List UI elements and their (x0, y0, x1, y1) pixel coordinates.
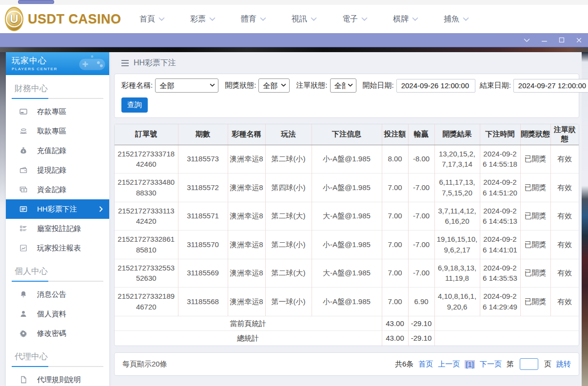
nav-item-label: 首頁 (139, 14, 155, 24)
table-cell: 4,10,8,16,1,9,20,6 (434, 288, 480, 316)
nav-item-label: 體育 (241, 14, 256, 24)
summary-bet-total: 43.00 (382, 331, 408, 346)
page-size-text: 每頁顯示20條 (122, 360, 167, 369)
table-cell: 有效 (550, 288, 579, 316)
lottery-select[interactable]: 全部 (155, 78, 218, 93)
table-cell: 小-A盤@1.985 (312, 174, 382, 202)
nav-item-7[interactable]: 捕魚 (444, 14, 469, 24)
nav-item-6[interactable]: 棋牌 (393, 14, 418, 24)
table-cell: 澳洲幸运8 (228, 145, 265, 174)
sidebar-item-廳室投註記錄[interactable]: 廳室投註記錄 (6, 219, 109, 238)
column-header: 投注額 (382, 124, 408, 145)
jump-link[interactable]: 跳转 (556, 360, 571, 369)
column-header: 玩法 (265, 124, 312, 145)
banknotes-icon (20, 186, 28, 193)
report-chart-icon (20, 244, 28, 252)
hall-list-icon (20, 225, 28, 232)
column-header: 彩種名稱 (228, 124, 265, 145)
table-cell: -7.00 (408, 202, 434, 231)
sidebar-item-label: 消息公告 (37, 290, 66, 299)
window-titlebar (0, 33, 588, 47)
wallet-icon (20, 166, 28, 174)
prev-page-link[interactable]: 上一页 (438, 360, 460, 369)
window-maximize-icon[interactable] (559, 37, 565, 43)
end-date-input[interactable] (513, 79, 588, 93)
brand-logo[interactable]: U USDT CASINO (5, 7, 115, 31)
order-status-filter-label: 注單狀態: (296, 81, 327, 90)
table-cell: 7.00 (382, 202, 408, 231)
sidebar-item-label: HH彩票下注 (37, 205, 77, 214)
app-window: U USDT CASINO 首頁彩票體育視訊電子棋牌捕魚 玩家中心 PLAYER… (0, 0, 588, 386)
sidebar-section-title: 財務中心 (6, 75, 109, 98)
table-cell: 已開獎 (520, 259, 550, 288)
table-cell: 第一球(小) (265, 288, 312, 316)
window-close-icon[interactable] (576, 37, 582, 43)
sidebar-section-title: 代理中心 (6, 343, 109, 366)
nav-item-2[interactable]: 彩票 (190, 14, 216, 24)
column-header: 注單狀態 (550, 124, 579, 145)
browser-tab-remnant (18, 0, 54, 4)
table-cell: 6,9,18,3,13,11,19,8 (434, 259, 480, 288)
table-cell: 2024-09-26 14:29:49 (480, 288, 520, 316)
chevron-down-icon (463, 17, 469, 21)
table-cell: 第四球(小) (265, 174, 312, 202)
table-cell: -7.00 (408, 231, 434, 259)
sidebar-item-存款專區[interactable]: 存款專區 (6, 102, 109, 121)
next-page-link[interactable]: 下一页 (480, 360, 502, 369)
window-minimize-icon[interactable] (541, 37, 548, 43)
total-count: 共6条 (395, 360, 413, 369)
window-chevron-down-icon[interactable] (524, 38, 530, 42)
table-cell: -8.00 (408, 145, 434, 174)
section-divider-accent (12, 98, 48, 99)
sidebar-item-label: 個人資料 (37, 309, 66, 319)
sidebar-item-提現記錄[interactable]: 提現記錄 (6, 160, 109, 180)
search-button[interactable]: 查詢 (121, 97, 148, 113)
sidebar-item-label: 廳室投註記錄 (37, 224, 81, 233)
sidebar-item-label: 充值記錄 (37, 146, 66, 155)
sidebar-item-代理規則說明[interactable]: 代理規則說明 (6, 370, 109, 386)
sidebar-item-HH彩票下注[interactable]: HH彩票下注 (6, 199, 109, 219)
sidebar: 玩家中心 PLAYERS CENTER 財務中心存款專區取款專區充值記錄提現記錄… (6, 52, 109, 386)
sidebar-item-修改密碼[interactable]: 修改密碼 (6, 324, 109, 343)
bets-table: 訂單號期數彩種名稱玩法下注信息投注額輸贏開獎結果下注時間開獎狀態注單狀態 215… (115, 124, 579, 346)
bell-icon (20, 290, 28, 298)
table-cell: 31185569 (178, 259, 228, 288)
sidebar-item-個人資料[interactable]: 個人資料 (6, 304, 109, 324)
sidebar-item-取款專區[interactable]: 取款專區 (6, 121, 109, 141)
chevron-down-icon (361, 17, 368, 21)
sidebar-item-資金記錄[interactable]: 資金記錄 (6, 180, 109, 199)
page-jump-input[interactable] (520, 358, 538, 370)
background-band (0, 47, 588, 52)
main-area: 玩家中心 PLAYERS CENTER 財務中心存款專區取款專區充值記錄提現記錄… (0, 52, 588, 386)
sidebar-item-label: 提現記錄 (37, 166, 66, 175)
order-status-select[interactable]: 全部 (330, 78, 356, 93)
nav-item-1[interactable]: 首頁 (139, 14, 165, 24)
nav-item-3[interactable]: 體育 (241, 14, 266, 24)
table-cell: 第二球(大) (265, 202, 312, 231)
table-cell: 7.00 (382, 288, 408, 316)
gamepad-icon (78, 54, 106, 75)
current-page[interactable]: [1] (465, 360, 475, 368)
first-page-link[interactable]: 首页 (418, 360, 433, 369)
filter-panel: 彩種名稱: 全部 開獎狀態: 全部 注單狀態: 全部 開始日期: 結束日期: 查… (114, 74, 579, 118)
table-cell: 澳洲幸运8 (228, 231, 265, 259)
table-row: 215217273331134242031185571澳洲幸运8第二球(大)大-… (115, 202, 579, 231)
table-cell: 6,11,17,13,7,5,15,20 (434, 174, 480, 202)
start-date-input[interactable] (396, 79, 475, 93)
nav-item-4[interactable]: 視訊 (292, 14, 317, 24)
nav-item-label: 電子 (342, 14, 358, 24)
table-cell: 31185571 (178, 202, 228, 231)
sidebar-item-label: 代理規則說明 (37, 375, 81, 385)
sidebar-item-玩家投注報表[interactable]: 玩家投注報表 (6, 238, 109, 258)
table-cell: 2152172733255352630 (115, 259, 178, 288)
sidebar-item-消息公告[interactable]: 消息公告 (6, 285, 109, 304)
menu-icon[interactable] (121, 59, 129, 67)
table-cell: 3,7,11,4,12,6,16,20 (434, 202, 480, 231)
page-title: HH彩票下注 (134, 58, 176, 68)
table-cell: 7.00 (382, 231, 408, 259)
draw-status-select[interactable]: 全部 (258, 78, 290, 93)
right-edge-decoration (582, 52, 588, 386)
column-header: 訂單號 (115, 124, 178, 145)
nav-item-5[interactable]: 電子 (342, 14, 368, 24)
sidebar-item-充值記錄[interactable]: 充值記錄 (6, 141, 109, 160)
